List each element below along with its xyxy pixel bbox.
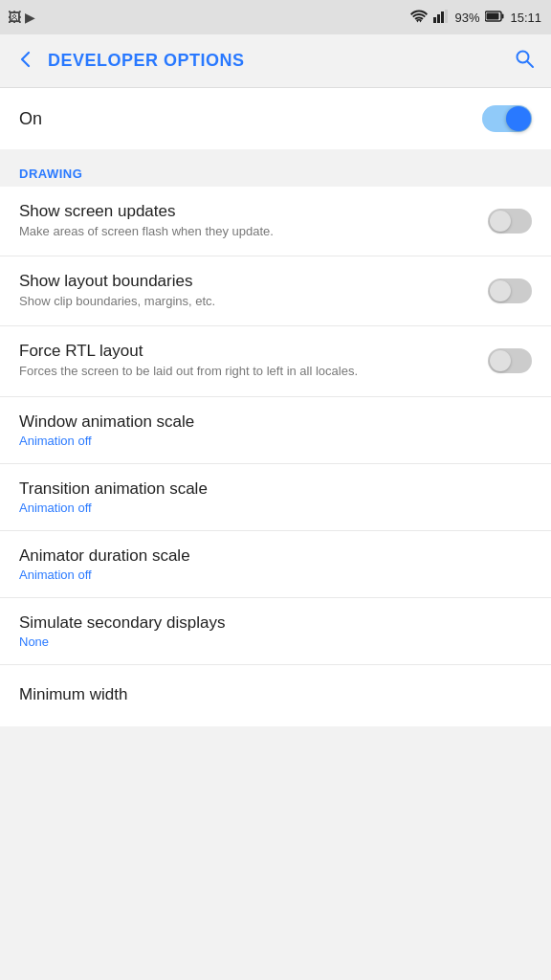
setting-item-show-screen-updates[interactable]: Show screen updates Make areas of screen… [0, 187, 551, 256]
status-right: 93% 15:11 [410, 10, 541, 26]
setting-value: Animation off [19, 501, 517, 515]
app-bar: DEVELOPER OPTIONS [0, 34, 551, 88]
svg-rect-3 [445, 10, 448, 23]
play-icon: ▶ [25, 10, 35, 25]
on-toggle[interactable] [482, 105, 532, 132]
setting-title: Show screen updates [19, 202, 473, 221]
toggle-layout-boundaries[interactable] [488, 278, 532, 303]
setting-title: Show layout boundaries [19, 272, 473, 291]
toggle-screen-updates[interactable] [488, 209, 532, 234]
setting-title: Force RTL layout [19, 342, 473, 361]
section-header-drawing: DRAWING [0, 157, 551, 187]
setting-item-transition-animation[interactable]: Transition animation scale Animation off [0, 464, 551, 531]
toggle-thumb [506, 106, 531, 131]
setting-text: Simulate secondary displays None [19, 613, 532, 649]
image-icon: 🖼 [8, 10, 21, 25]
back-button[interactable] [15, 49, 36, 74]
setting-subtitle: Make areas of screen flash when they upd… [19, 223, 473, 240]
on-label: On [19, 109, 42, 129]
setting-text: Transition animation scale Animation off [19, 479, 532, 515]
setting-text: Force RTL layout Forces the screen to be… [19, 342, 488, 380]
setting-text: Window animation scale Animation off [19, 412, 532, 448]
setting-title: Window animation scale [19, 412, 517, 432]
search-button[interactable] [513, 47, 536, 76]
svg-rect-5 [502, 13, 504, 18]
signal-icon [433, 10, 449, 26]
setting-title: Animator duration scale [19, 546, 517, 566]
status-bar: 🖼 ▶ 93% 15 [0, 0, 551, 34]
battery-status: 93% [454, 11, 479, 25]
setting-value: None [19, 635, 517, 649]
setting-item-simulate-displays[interactable]: Simulate secondary displays None [0, 598, 551, 665]
svg-line-8 [527, 61, 533, 67]
setting-text: Show screen updates Make areas of screen… [19, 202, 488, 240]
setting-item-window-animation[interactable]: Window animation scale Animation off [0, 397, 551, 464]
svg-rect-6 [487, 12, 499, 19]
setting-item-show-layout-boundaries[interactable]: Show layout boundaries Show clip boundar… [0, 256, 551, 326]
setting-subtitle: Show clip boundaries, margins, etc. [19, 293, 473, 310]
page-title: DEVELOPER OPTIONS [48, 51, 513, 71]
setting-item-minimum-width[interactable]: Minimum width [0, 665, 551, 726]
status-left: 🖼 ▶ [8, 10, 35, 25]
svg-rect-1 [437, 14, 440, 23]
setting-title: Simulate secondary displays [19, 613, 517, 633]
setting-item-force-rtl[interactable]: Force RTL layout Forces the screen to be… [0, 326, 551, 396]
svg-rect-0 [433, 17, 436, 23]
setting-text: Minimum width [19, 685, 532, 706]
setting-subtitle: Forces the screen to be laid out from ri… [19, 363, 473, 380]
on-row: On [0, 88, 551, 149]
toggle-sm-thumb [490, 211, 511, 232]
setting-title: Transition animation scale [19, 479, 517, 499]
wifi-icon [410, 10, 428, 26]
svg-rect-2 [441, 11, 444, 23]
settings-list: Show screen updates Make areas of screen… [0, 187, 551, 726]
setting-item-animator-duration[interactable]: Animator duration scale Animation off [0, 531, 551, 598]
toggle-rtl[interactable] [488, 348, 532, 373]
setting-text: Animator duration scale Animation off [19, 546, 532, 582]
setting-value: Animation off [19, 568, 517, 582]
battery-icon [485, 11, 504, 25]
setting-title: Minimum width [19, 685, 517, 704]
setting-value: Animation off [19, 434, 517, 448]
setting-text: Show layout boundaries Show clip boundar… [19, 272, 488, 310]
time-display: 15:11 [510, 11, 541, 25]
